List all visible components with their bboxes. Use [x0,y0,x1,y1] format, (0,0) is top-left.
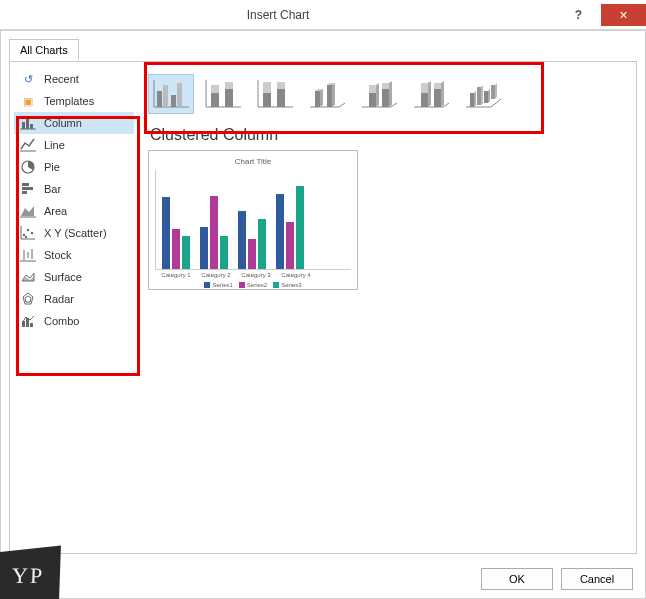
tab-panel: ↺ Recent ▣ Templates Column Line Pie B [9,61,637,554]
svg-rect-32 [171,95,176,107]
svg-rect-39 [225,82,233,89]
svg-marker-66 [428,81,431,107]
svg-rect-67 [434,89,441,107]
subtype-clustered-column[interactable] [148,74,194,114]
svg-point-12 [27,229,29,231]
svg-marker-9 [21,206,34,216]
preview-bar [286,222,294,269]
svg-marker-73 [474,91,476,107]
sidebar-item-label: Recent [44,73,79,85]
svg-line-71 [491,99,501,107]
svg-rect-60 [382,83,389,89]
svg-rect-48 [315,91,320,107]
preview-legend-item: Series2 [239,282,267,288]
sidebar-item-label: Stock [44,249,72,261]
preview-plot [155,170,351,270]
subtype-3d-100-stacked-column[interactable] [408,74,454,114]
templates-icon: ▣ [20,93,36,109]
subtype-3d-clustered-column[interactable] [304,74,350,114]
help-button[interactable]: ? [556,4,601,26]
dialog-footer: OK Cancel [481,568,633,590]
svg-point-13 [31,232,33,234]
dialog-title: Insert Chart [0,8,556,22]
preview-category-label: Category 4 [281,272,311,278]
svg-rect-64 [421,93,428,107]
preview-legend-item: Series3 [273,282,301,288]
sidebar-item-combo[interactable]: Combo [14,310,134,332]
sidebar-item-templates[interactable]: ▣ Templates [14,90,134,112]
sidebar-item-pie[interactable]: Pie [14,156,134,178]
svg-rect-38 [225,89,233,107]
sidebar-item-label: Column [44,117,82,129]
preview-bar [182,236,190,269]
preview-bar [258,219,266,269]
title-bar: Insert Chart ? × [0,0,646,30]
chart-subtype-row [148,70,628,118]
svg-rect-0 [22,122,25,129]
svg-line-47 [339,103,345,107]
svg-rect-78 [491,85,495,99]
sidebar-item-column[interactable]: Column [14,112,134,134]
sidebar-item-stock[interactable]: Stock [14,244,134,266]
svg-marker-79 [495,83,497,99]
svg-rect-57 [369,85,376,93]
svg-marker-69 [441,81,444,107]
svg-rect-33 [177,83,182,107]
svg-rect-27 [30,323,33,327]
subtype-3d-stacked-column[interactable] [356,74,402,114]
subtype-100-stacked-column[interactable] [252,74,298,114]
ok-button[interactable]: OK [481,568,553,590]
area-chart-icon [20,203,36,219]
preview-title: Chart Title [155,157,351,166]
stock-chart-icon [20,247,36,263]
sidebar-item-recent[interactable]: ↺ Recent [14,68,134,90]
svg-marker-58 [376,83,379,107]
preview-bar [248,239,256,269]
sidebar-item-scatter[interactable]: X Y (Scatter) [14,222,134,244]
sidebar-item-label: X Y (Scatter) [44,227,107,239]
preview-category-label: Category 3 [241,272,271,278]
sidebar-item-area[interactable]: Area [14,200,134,222]
svg-rect-68 [434,83,441,89]
svg-rect-37 [211,85,219,93]
svg-marker-24 [25,296,31,302]
column-chart-icon [20,115,36,131]
combo-chart-icon [20,313,36,329]
subtype-3d-column[interactable] [460,74,506,114]
sidebar-item-radar[interactable]: Radar [14,288,134,310]
sidebar-item-label: Area [44,205,67,217]
preview-bar [220,236,228,269]
chart-type-sidebar: ↺ Recent ▣ Templates Column Line Pie B [14,68,134,332]
close-button[interactable]: × [601,4,646,26]
svg-marker-77 [488,89,490,103]
preview-legend-item: Series1 [204,282,232,288]
surface-chart-icon [20,269,36,285]
sidebar-item-line[interactable]: Line [14,134,134,156]
svg-rect-36 [211,93,219,107]
preview-bar [210,196,218,269]
sidebar-item-label: Pie [44,161,60,173]
svg-rect-30 [157,91,162,107]
svg-rect-43 [263,82,271,93]
svg-rect-76 [484,91,488,103]
bar-chart-icon [20,181,36,197]
sidebar-item-surface[interactable]: Surface [14,266,134,288]
svg-rect-42 [263,93,271,107]
preview-category-group [276,186,304,269]
chart-preview[interactable]: Chart Title Category 1Category 2Category… [148,150,358,290]
sidebar-item-label: Line [44,139,65,151]
svg-point-11 [23,234,25,236]
scatter-chart-icon [20,225,36,241]
cancel-button[interactable]: Cancel [561,568,633,590]
svg-rect-7 [22,187,33,190]
tab-all-charts[interactable]: All Charts [9,39,79,61]
svg-rect-72 [470,93,474,107]
svg-marker-61 [389,81,392,107]
dialog-body: All Charts ↺ Recent ▣ Templates Column L… [0,30,646,599]
subtype-stacked-column[interactable] [200,74,246,114]
sidebar-item-bar[interactable]: Bar [14,178,134,200]
preview-bar [172,229,180,269]
preview-bar [238,211,246,269]
preview-category-group [200,196,228,269]
svg-point-14 [25,236,27,238]
